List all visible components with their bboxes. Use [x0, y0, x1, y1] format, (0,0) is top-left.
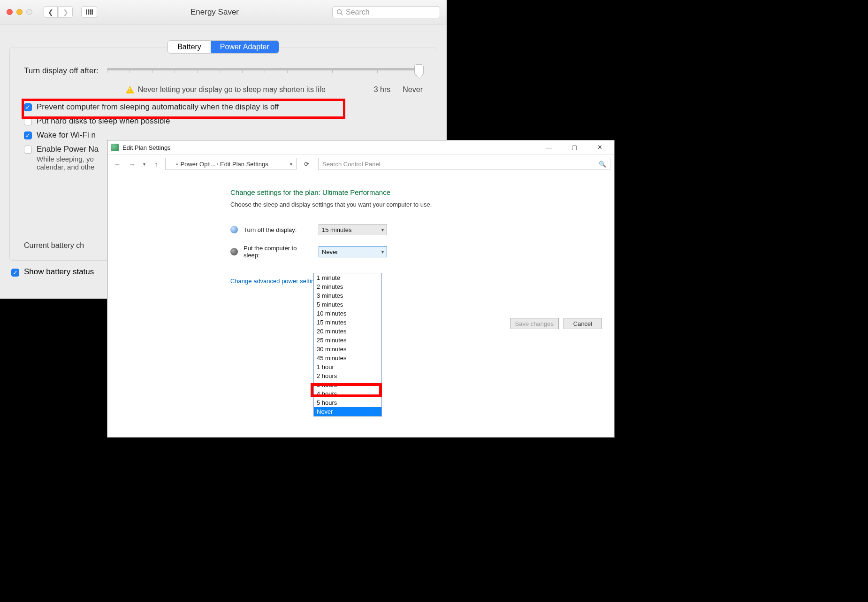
sleep-option[interactable]: Never — [314, 407, 381, 416]
win-navbar: ← → ▾ ↑ « Power Opti... › Edit Plan Sett… — [107, 154, 614, 173]
chevron-down-icon: ▾ — [381, 227, 384, 232]
turn-off-display-select[interactable]: 15 minutes ▾ — [319, 224, 387, 235]
sleep-option[interactable]: 3 minutes — [314, 291, 381, 300]
warning-icon — [126, 86, 134, 93]
checkbox-wake-wifi[interactable] — [24, 131, 32, 139]
address-bar[interactable]: « Power Opti... › Edit Plan Settings ▾ — [165, 158, 297, 170]
plan-heading: Change settings for the plan: Ultimate P… — [230, 188, 614, 196]
addr-dropdown[interactable]: ▾ — [288, 162, 294, 167]
slider-thumb[interactable] — [414, 64, 424, 76]
sleep-option[interactable]: 1 hour — [314, 363, 381, 371]
win-search-field[interactable]: Search Control Panel 🔍 — [318, 158, 610, 170]
sleep-option[interactable]: 4 hours — [314, 389, 381, 398]
maximize-button[interactable]: ▢ — [563, 140, 585, 154]
breadcrumb-sep-0: « — [176, 162, 179, 167]
display-icon — [230, 226, 238, 233]
plan-desc: Choose the sleep and display settings th… — [230, 201, 614, 208]
sleep-option[interactable]: 5 minutes — [314, 300, 381, 309]
power-icon — [111, 144, 119, 151]
sleep-option[interactable]: 20 minutes — [314, 327, 381, 336]
minimize-button[interactable]: ― — [538, 140, 560, 154]
power-nap-title: Enable Power Na — [37, 145, 99, 154]
nav-buttons: ❮ ❯ — [44, 6, 73, 18]
slider-mark-never: Never — [403, 85, 423, 94]
window-traffic-lights — [7, 9, 32, 15]
close-button[interactable]: ✕ — [589, 140, 610, 154]
sleep-option[interactable]: 2 minutes — [314, 282, 381, 291]
win-body: Change settings for the plan: Ultimate P… — [107, 173, 614, 437]
opt-prevent-sleep[interactable]: Prevent computer from sleeping automatic… — [24, 102, 427, 112]
sleep-option[interactable]: 10 minutes — [314, 309, 381, 318]
checkbox-show-status[interactable] — [11, 269, 19, 277]
display-warning: Never letting your display go to sleep m… — [126, 85, 326, 94]
breadcrumb-1[interactable]: Power Opti... › — [181, 161, 218, 168]
power-icon-small — [168, 161, 174, 167]
grid-icon — [86, 9, 93, 15]
win-buttons: Save changes Cancel — [510, 318, 602, 329]
row-turn-off-display: Turn off the display: 15 minutes ▾ — [230, 224, 614, 235]
sleep-option[interactable]: 5 hours — [314, 398, 381, 407]
win-title-text: Edit Plan Settings — [122, 144, 171, 151]
label-show-status: Show battery status — [24, 267, 94, 277]
win-titlebar: Edit Plan Settings ― ▢ ✕ — [107, 140, 614, 154]
win-search-placeholder: Search Control Panel — [322, 161, 381, 168]
minimize-icon[interactable] — [16, 9, 23, 15]
refresh-button[interactable]: ⟳ — [299, 161, 313, 168]
label-hard-disks: Put hard disks to sleep when possible — [37, 116, 170, 126]
close-icon[interactable] — [7, 9, 13, 15]
nav-forward[interactable]: → — [126, 160, 138, 168]
sleep-option[interactable]: 45 minutes — [314, 354, 381, 363]
sleep-option[interactable]: 30 minutes — [314, 345, 381, 354]
turn-off-display-value: 15 minutes — [322, 226, 352, 233]
maximize-icon[interactable] — [26, 9, 32, 15]
search-placeholder: Search — [346, 8, 370, 16]
breadcrumb-2[interactable]: Edit Plan Settings — [220, 161, 268, 168]
cancel-button[interactable]: Cancel — [563, 318, 602, 329]
nav-up[interactable]: ↑ — [150, 160, 162, 168]
put-sleep-select[interactable]: Never ▾ — [319, 246, 387, 257]
label-wake-wifi: Wake for Wi-Fi n — [37, 131, 96, 140]
win-edit-plan-window: Edit Plan Settings ― ▢ ✕ ← → ▾ ↑ « Power… — [107, 140, 615, 438]
warning-text: Never letting your display go to sleep m… — [138, 85, 326, 94]
show-all-button[interactable] — [81, 6, 97, 18]
sleep-option[interactable]: 2 hours — [314, 371, 381, 380]
sleep-option[interactable]: 1 minute — [314, 273, 381, 282]
opt-wake-wifi[interactable]: Wake for Wi-Fi n — [24, 131, 427, 140]
sleep-option[interactable]: 25 minutes — [314, 336, 381, 345]
checkbox-hard-disks[interactable] — [24, 117, 32, 125]
label-power-nap: Enable Power Na While sleeping, yo calen… — [37, 145, 99, 171]
checkbox-power-nap[interactable] — [24, 146, 32, 154]
nav-history[interactable]: ▾ — [141, 162, 147, 167]
search-icon: 🔍 — [599, 161, 606, 168]
slider-mark-3hrs: 3 hrs — [374, 85, 391, 94]
tab-battery[interactable]: Battery — [168, 41, 211, 53]
svg-line-1 — [341, 13, 343, 15]
forward-button[interactable]: ❯ — [59, 6, 73, 18]
turn-off-display-label: Turn off the display: — [244, 226, 313, 233]
display-off-slider[interactable]: Never letting your display go to sleep m… — [107, 68, 423, 94]
sleep-icon — [230, 248, 238, 255]
nav-back[interactable]: ← — [111, 160, 123, 168]
tab-power-adapter[interactable]: Power Adapter — [211, 41, 279, 53]
search-field[interactable]: Search — [332, 6, 440, 18]
back-button[interactable]: ❮ — [44, 6, 58, 18]
opt-hard-disks[interactable]: Put hard disks to sleep when possible — [24, 116, 427, 126]
sleep-option[interactable]: 3 hours — [314, 380, 381, 389]
search-icon — [336, 9, 343, 15]
put-sleep-value: Never — [322, 248, 338, 255]
display-off-label: Turn display off after: — [24, 66, 99, 76]
chevron-down-icon: ▾ — [381, 249, 384, 255]
power-nap-subtext: While sleeping, yo calendar, and othe — [37, 155, 99, 171]
save-changes-button[interactable]: Save changes — [510, 318, 559, 329]
label-prevent-sleep: Prevent computer from sleeping automatic… — [37, 102, 279, 112]
sleep-dropdown-list[interactable]: 1 minute2 minutes3 minutes5 minutes10 mi… — [313, 273, 382, 417]
put-sleep-label: Put the computer to sleep: — [244, 245, 313, 259]
advanced-power-link[interactable]: Change advanced power settings — [230, 278, 321, 285]
sleep-option[interactable]: 15 minutes — [314, 318, 381, 327]
window-title: Energy Saver — [103, 8, 327, 17]
slider-legend: Never letting your display go to sleep m… — [107, 85, 423, 94]
checkbox-prevent-sleep[interactable] — [24, 103, 32, 111]
row-put-to-sleep: Put the computer to sleep: Never ▾ — [230, 245, 614, 259]
svg-point-0 — [337, 9, 342, 14]
display-off-row: Turn display off after: Never letting yo… — [24, 68, 427, 94]
